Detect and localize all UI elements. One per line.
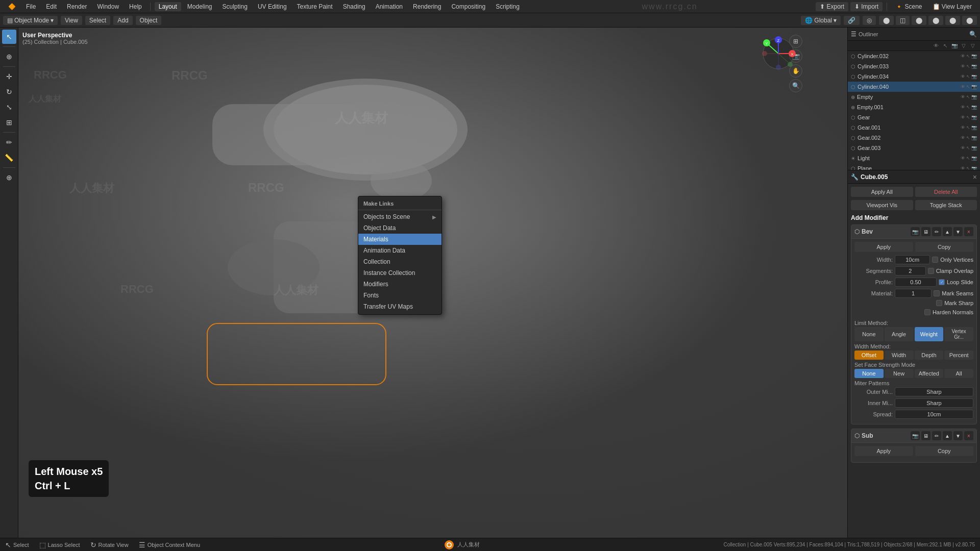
outliner-item-sel[interactable]: ↖ [966,54,970,59]
prop-close-btn[interactable]: × [973,173,977,181]
bev-material-value[interactable]: 1 [895,289,932,298]
outliner-item-sel[interactable]: ↖ [966,125,970,130]
limit-weight-btn[interactable]: Weight [915,327,944,341]
outliner-item-render[interactable]: 📷 [971,74,977,79]
menu-help[interactable]: Help [125,2,146,11]
scene-selector[interactable]: 🔸 Scene [891,2,926,11]
outliner-item-cylinder-032[interactable]: ⬡ Cylinder.032 👁 ↖ 📷 [848,51,980,61]
outliner-item-vis[interactable]: 👁 [961,145,965,151]
solid-view-btn[interactable]: ⬤ [912,16,926,25]
outliner-item-sel[interactable]: ↖ [966,156,970,161]
import-btn[interactable]: ⬇ Import [850,2,883,11]
ctx-item-fonts[interactable]: Fonts [358,290,442,301]
outliner-item-vis[interactable]: 👁 [961,125,965,130]
face-all-btn[interactable]: All [944,369,973,378]
bev-loop-slide-cb[interactable]: ✓ [939,279,945,285]
proportional-btn[interactable]: ◎ [863,16,876,25]
outliner-item-vis[interactable]: 👁 [961,94,965,99]
outliner-item-render[interactable]: 📷 [971,115,977,120]
width-offset-btn[interactable]: Offset [854,350,884,360]
viewport[interactable]: RRCG 人人集材 RRCG 人人集材 RRCG RRCG 人人集材 人人集材 … [18,28,847,538]
face-none-btn[interactable]: None [854,369,884,378]
outliner-item-render[interactable]: 📷 [971,156,977,161]
outliner-item-gear-001[interactable]: ⬡ Gear.001 👁 ↖ 📷 [848,122,980,133]
outliner-item-vis[interactable]: 👁 [961,115,965,120]
menu-uv-editing[interactable]: UV Editing [254,2,291,11]
annotate-tool[interactable]: ✏ [2,135,16,149]
outliner-item-sel[interactable]: ↖ [966,74,970,79]
outliner-item-vis[interactable]: 👁 [961,105,965,110]
bev-render-btn[interactable]: 📷 [911,227,920,236]
outliner-item-sel[interactable]: ↖ [966,135,970,140]
ctx-item-animation-data[interactable]: Animation Data [358,245,442,256]
outliner-item-render[interactable]: 📷 [971,105,977,110]
outliner-item-sel[interactable]: ↖ [966,145,970,151]
outliner-item-vis[interactable]: 👁 [961,135,965,140]
outliner-item-sel[interactable]: ↖ [966,115,970,120]
sub-viewport-btn[interactable]: 🖥 [921,431,930,440]
select-tool[interactable]: ↖ [2,30,16,44]
menu-render[interactable]: Render [63,2,91,11]
bev-edit-btn[interactable]: ✏ [932,227,941,236]
bev-clamp-cb[interactable] [928,268,934,274]
limit-vertex-gr-btn[interactable]: Vertex Gr... [944,327,973,341]
spread-value[interactable]: 10cm [895,410,973,419]
outliner-filter-icon[interactable]: 🔍 [969,31,977,38]
outliner-item-render[interactable]: 📷 [971,64,977,69]
outliner-item-cylinder-040[interactable]: ⬡ Cylinder.040 👁 ↖ 📷 [848,82,980,92]
bev-mark-seams-cb[interactable] [934,290,940,296]
rendered-view-btn[interactable]: ⬤ [962,16,977,25]
outliner-item-vis[interactable]: 👁 [961,84,965,89]
bev-apply-btn[interactable]: Apply [854,242,913,252]
outliner-item-plane[interactable]: ⬡ Plane 👁 ↖ 📷 [848,163,980,170]
ctx-item-transfer-uv[interactable]: Transfer UV Maps [358,301,442,312]
bev-width-value[interactable]: 10cm [895,255,930,264]
cursor-tool[interactable]: ⊕ [2,49,16,64]
outliner-item-render[interactable]: 📷 [971,145,977,151]
inner-mi-value[interactable]: Sharp [895,398,973,408]
bev-down-btn[interactable]: ▼ [953,227,963,236]
sub-down-btn[interactable]: ▼ [953,431,963,440]
outliner-item-empty[interactable]: ⊕ Empty 👁 ↖ 📷 [848,92,980,102]
apply-all-btn[interactable]: Apply All [851,187,913,197]
sub-apply-btn[interactable]: Apply [854,446,913,456]
outliner-item-render[interactable]: 📷 [971,125,977,130]
bev-viewport-btn[interactable]: 🖥 [921,227,930,236]
transform-tool[interactable]: ⊞ [2,115,16,130]
limit-angle-btn[interactable]: Angle [885,327,914,341]
bev-profile-value[interactable]: 0.50 [895,278,937,287]
add-tool[interactable]: ⊕ [2,170,16,185]
render-view-btn[interactable]: ⬤ [945,16,960,25]
bev-mark-sharp-cb[interactable] [936,300,942,306]
outliner-item-gear-003[interactable]: ⬡ Gear.003 👁 ↖ 📷 [848,143,980,153]
sub-edit-btn[interactable]: ✏ [932,431,941,440]
scale-tool[interactable]: ⤡ [2,100,16,114]
sub-copy-btn[interactable]: Copy [915,446,974,456]
view-layer-selector[interactable]: 📋 View Layer [928,2,976,11]
ctx-item-objects-to-scene[interactable]: Objects to Scene ▶ [358,211,442,222]
ctx-item-instance-collection[interactable]: Instance Collection [358,267,442,279]
menu-rendering[interactable]: Rendering [409,2,445,11]
menu-modeling[interactable]: Modeling [183,2,216,11]
outliner-item-vis[interactable]: 👁 [961,156,965,161]
bev-copy-btn[interactable]: Copy [915,242,974,252]
outliner-item-empty-001[interactable]: ⊕ Empty.001 👁 ↖ 📷 [848,102,980,112]
viewport-vis-btn[interactable]: Viewport Vis [851,200,913,210]
menu-edit[interactable]: Edit [42,2,61,11]
export-btn[interactable]: ⬆ Export [816,2,848,11]
bev-close-btn[interactable]: × [964,227,973,236]
outliner-item-vis[interactable]: 👁 [961,64,965,69]
outliner-item-vis[interactable]: 👁 [961,74,965,79]
zoom-btn[interactable]: 🔍 [789,79,802,92]
object-menu[interactable]: Object [136,16,162,25]
mode-toggle[interactable]: ▤ Object Mode ▾ [3,16,58,25]
transform-global[interactable]: 🌐 Global ▾ [801,16,841,25]
outliner-item-sel[interactable]: ↖ [966,94,970,99]
rotate-tool[interactable]: ↻ [2,85,16,99]
face-affected-btn[interactable]: Affected [915,369,944,378]
outliner-item-render[interactable]: 📷 [971,54,977,59]
ctx-item-collection[interactable]: Collection [358,256,442,267]
outliner-item-gear-002[interactable]: ⬡ Gear.002 👁 ↖ 📷 [848,133,980,143]
menu-animation[interactable]: Animation [372,2,407,11]
menu-compositing[interactable]: Compositing [447,2,489,11]
